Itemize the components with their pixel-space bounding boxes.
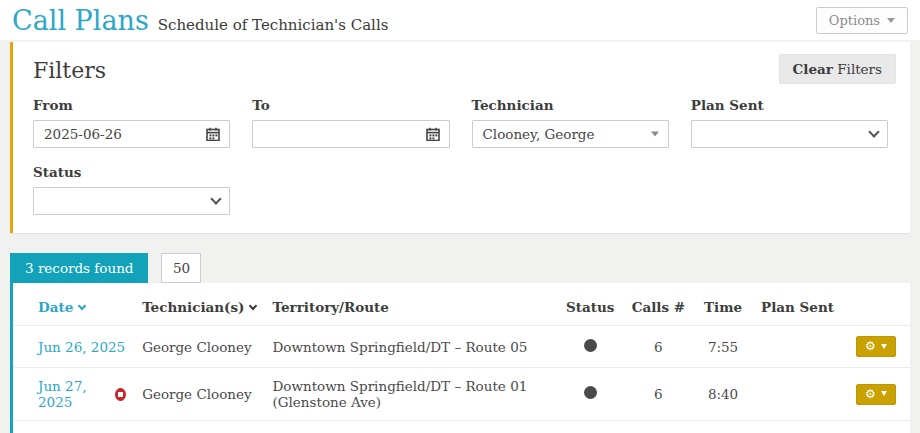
sort-header-technicians[interactable]: Technician(s) <box>142 299 256 315</box>
clear-filters-button[interactable]: Clear Filters <box>779 54 896 84</box>
status-select[interactable] <box>33 187 230 215</box>
technician-select-value: Clooney, George <box>483 126 595 142</box>
plan-sent-select[interactable] <box>691 120 888 148</box>
chevron-down-icon <box>881 391 887 396</box>
filter-field-status: Status <box>33 164 230 215</box>
table-row: Jun 27, 2025 George Clooney Downtown Spr… <box>13 368 910 421</box>
page-size-input[interactable] <box>161 253 201 283</box>
page-subtitle: Schedule of Technician's Calls <box>158 16 389 34</box>
date-link[interactable]: Jun 27, 2025 <box>38 378 109 410</box>
chevron-down-icon <box>211 193 222 204</box>
time-cell: 7:55 <box>693 421 753 433</box>
filters-panel: Filters Clear Filters From To Te <box>10 42 910 233</box>
stop-circle-icon <box>115 388 126 401</box>
page-title: Call Plans <box>12 7 149 34</box>
filter-field-to: To <box>252 97 449 148</box>
calendar-icon[interactable] <box>426 127 440 141</box>
technician-cell: George Clooney <box>134 326 264 368</box>
gear-icon: ⚙ <box>865 340 876 352</box>
calls-cell: 6 <box>624 368 693 421</box>
records-found-tab[interactable]: 3 records found <box>10 253 148 283</box>
top-bar: Call Plans Schedule of Technician's Call… <box>0 0 920 40</box>
calls-cell: 6 <box>624 326 693 368</box>
row-actions-button[interactable]: ⚙ <box>856 384 896 405</box>
chevron-down-icon <box>881 344 887 349</box>
filter-field-plan-sent: Plan Sent <box>691 97 888 148</box>
from-label: From <box>33 97 230 113</box>
filter-field-from: From <box>33 97 230 148</box>
time-column-label: Time <box>704 299 742 315</box>
results-tab-bar: 3 records found <box>10 253 910 283</box>
territory-cell: Downtown Springfield/DT – Route 01 (Glen… <box>264 368 556 421</box>
chevron-down-icon <box>887 18 895 23</box>
technician-label: Technician <box>472 97 669 113</box>
filter-field-technician: Technician Clooney, George <box>472 97 669 148</box>
to-date-input[interactable] <box>263 126 418 142</box>
calls-cell: 7 <box>624 421 693 433</box>
technician-select[interactable]: Clooney, George <box>472 120 669 148</box>
time-cell: 7:55 <box>693 326 753 368</box>
calls-column-label: Calls # <box>632 299 685 315</box>
status-column-label: Status <box>566 299 614 315</box>
options-button[interactable]: Options <box>816 7 908 34</box>
territory-cell: Downtown Springfield/DT – Route 06 <box>264 421 556 433</box>
status-dot-icon <box>584 386 597 399</box>
table-row: Jun 30, 2025 George Clooney Downtown Spr… <box>13 421 910 433</box>
row-actions-button[interactable]: ⚙ <box>856 336 896 357</box>
technician-cell: George Clooney <box>134 368 264 421</box>
status-dot-icon <box>584 339 597 352</box>
filters-heading: Filters <box>33 58 888 83</box>
technicians-column-label: Technician(s) <box>142 299 244 315</box>
chevron-down-icon <box>249 301 257 309</box>
date-column-label: Date <box>38 299 73 315</box>
date-link[interactable]: Jun 26, 2025 <box>38 339 125 355</box>
options-button-label: Options <box>829 13 880 28</box>
to-label: To <box>252 97 449 113</box>
status-label: Status <box>33 164 230 180</box>
plan-sent-column-label: Plan Sent <box>761 299 834 315</box>
time-cell: 8:40 <box>693 368 753 421</box>
chevron-down-icon <box>651 132 659 137</box>
plan-sent-cell <box>753 368 842 421</box>
calendar-icon[interactable] <box>206 127 220 141</box>
territory-cell: Downtown Springfield/DT – Route 05 <box>264 326 556 368</box>
clear-filters-label-bold: Clear <box>793 61 833 77</box>
plan-sent-label: Plan Sent <box>691 97 888 113</box>
results-panel: Date Technician(s) Territory/Route Statu… <box>10 283 910 433</box>
clear-filters-label-rest: Filters <box>833 61 882 77</box>
territory-column-label: Territory/Route <box>272 299 388 315</box>
chevron-down-icon <box>868 126 879 137</box>
plan-sent-cell <box>753 421 842 433</box>
technician-cell: George Clooney <box>134 421 264 433</box>
table-header-row: Date Technician(s) Territory/Route Statu… <box>13 287 910 326</box>
from-date-input[interactable] <box>44 126 199 142</box>
chevron-down-icon <box>78 301 86 309</box>
call-plans-table: Date Technician(s) Territory/Route Statu… <box>13 287 910 433</box>
sort-header-date[interactable]: Date <box>38 299 85 315</box>
gear-icon: ⚙ <box>865 388 876 400</box>
table-row: Jun 26, 2025 George Clooney Downtown Spr… <box>13 326 910 368</box>
plan-sent-cell <box>753 326 842 368</box>
